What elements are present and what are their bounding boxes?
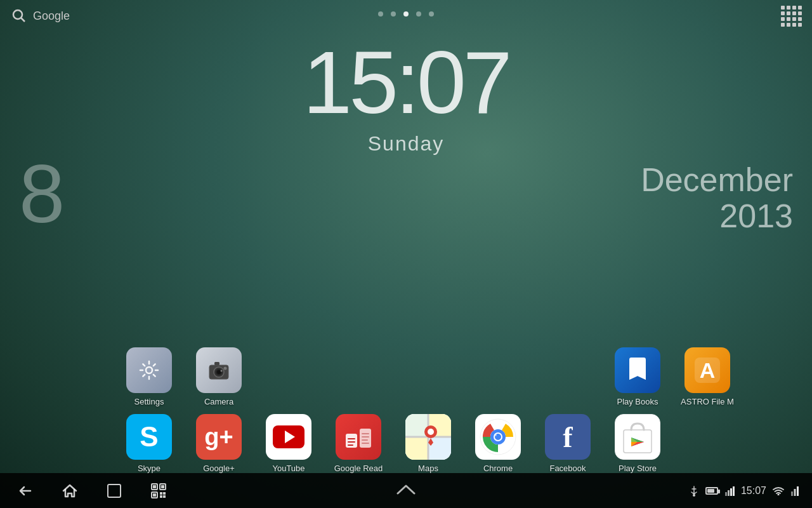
camera-icon	[196, 347, 242, 393]
svg-point-44	[778, 493, 780, 495]
skype-icon: S	[126, 414, 172, 460]
chrome-icon	[475, 414, 521, 460]
svg-rect-17	[405, 437, 428, 460]
home-button[interactable]	[57, 478, 82, 504]
svg-rect-35	[160, 492, 162, 495]
app-youtube[interactable]: YouTube	[260, 414, 317, 473]
svg-rect-46	[794, 489, 796, 496]
signal-icon	[724, 486, 735, 496]
dot-3	[403, 11, 409, 17]
googleplus-icon: g+	[196, 414, 242, 460]
googleread-label: Google Read	[334, 464, 383, 473]
app-skype[interactable]: S Skype	[121, 414, 178, 473]
svg-rect-43	[733, 486, 735, 496]
chrome-label: Chrome	[483, 464, 513, 473]
svg-point-2	[146, 367, 152, 373]
app-googleread[interactable]: Google Read	[330, 414, 387, 473]
svg-rect-34	[153, 493, 156, 497]
year-display: 2013	[641, 198, 793, 234]
youtube-icon	[266, 414, 311, 460]
svg-rect-37	[160, 495, 162, 498]
app-camera[interactable]: Camera	[190, 347, 247, 406]
recents-icon	[107, 484, 121, 498]
app-facebook[interactable]: f Facebook	[539, 414, 596, 473]
svg-rect-7	[214, 362, 219, 365]
svg-point-0	[13, 10, 22, 19]
playbooks-icon	[615, 347, 660, 393]
qr-button[interactable]	[146, 478, 171, 504]
settings-icon	[126, 347, 172, 393]
svg-rect-45	[791, 491, 793, 496]
clock-area: 15:07 Sunday	[0, 32, 812, 156]
googleplus-label: Google+	[203, 464, 235, 473]
svg-point-6	[217, 370, 221, 374]
month-display: December	[641, 162, 793, 198]
svg-point-8	[224, 367, 227, 370]
google-search-button[interactable]: Google	[10, 7, 70, 25]
svg-point-9	[221, 370, 223, 372]
svg-point-39	[693, 494, 695, 497]
battery-icon	[705, 487, 718, 495]
svg-point-22	[428, 429, 434, 435]
svg-text:A: A	[700, 358, 716, 382]
back-button[interactable]	[13, 478, 38, 504]
nav-left	[13, 478, 171, 504]
time-display: 15:07	[303, 38, 509, 127]
playstore-icon	[615, 414, 660, 460]
svg-rect-38	[163, 495, 166, 498]
top-bar: Google	[0, 0, 812, 32]
apps-container: Settings Camera	[0, 347, 812, 473]
youtube-label: YouTube	[272, 464, 304, 473]
wifi-icon	[773, 486, 784, 495]
settings-label: Settings	[134, 397, 164, 406]
svg-rect-40	[725, 492, 727, 496]
svg-line-1	[22, 18, 25, 22]
usb-icon	[689, 485, 699, 497]
svg-point-27	[494, 434, 497, 436]
dot-4	[416, 11, 421, 17]
nav-bar: 15:07	[0, 473, 812, 508]
dot-5	[429, 11, 434, 17]
dot-1	[378, 11, 383, 17]
month-year: December 2013	[641, 162, 793, 234]
app-settings[interactable]: Settings	[121, 347, 178, 406]
astro-label: ASTRO File M	[681, 397, 734, 406]
svg-rect-13	[360, 429, 371, 448]
search-icon	[10, 7, 28, 25]
maps-label: Maps	[418, 464, 438, 473]
status-bar: 15:07	[689, 485, 799, 497]
camera-label: Camera	[204, 397, 233, 406]
app-chrome[interactable]: Chrome	[469, 414, 527, 473]
svg-rect-32	[153, 485, 156, 488]
svg-rect-47	[797, 486, 799, 496]
skype-label: Skype	[138, 464, 160, 473]
app-googleplus[interactable]: g+ Google+	[190, 414, 247, 473]
googleread-icon	[336, 414, 381, 460]
maps-icon	[405, 414, 451, 460]
nav-center-button[interactable]	[396, 483, 416, 498]
facebook-icon: f	[545, 414, 591, 460]
app-maps[interactable]: Maps	[400, 414, 457, 473]
playbooks-label: Play Books	[617, 397, 658, 406]
app-playstore[interactable]: Play Store	[609, 414, 666, 473]
calendar-day: 8	[19, 152, 65, 235]
google-label: Google	[33, 10, 70, 23]
playstore-label: Play Store	[619, 464, 657, 473]
svg-rect-33	[161, 485, 164, 488]
recents-button[interactable]	[102, 478, 127, 504]
app-playbooks[interactable]: Play Books	[609, 347, 666, 406]
svg-rect-41	[728, 490, 730, 496]
status-time: 15:07	[741, 485, 766, 497]
day-display: Sunday	[368, 132, 445, 156]
app-astro[interactable]: A ASTRO File M	[679, 347, 736, 406]
svg-rect-42	[730, 488, 732, 496]
page-dots	[378, 11, 434, 17]
astro-icon: A	[684, 347, 730, 393]
dot-2	[391, 11, 396, 17]
svg-rect-36	[163, 492, 166, 495]
all-apps-button[interactable]	[781, 6, 802, 27]
mobile-signal-icon	[790, 486, 799, 496]
facebook-label: Facebook	[549, 464, 586, 473]
